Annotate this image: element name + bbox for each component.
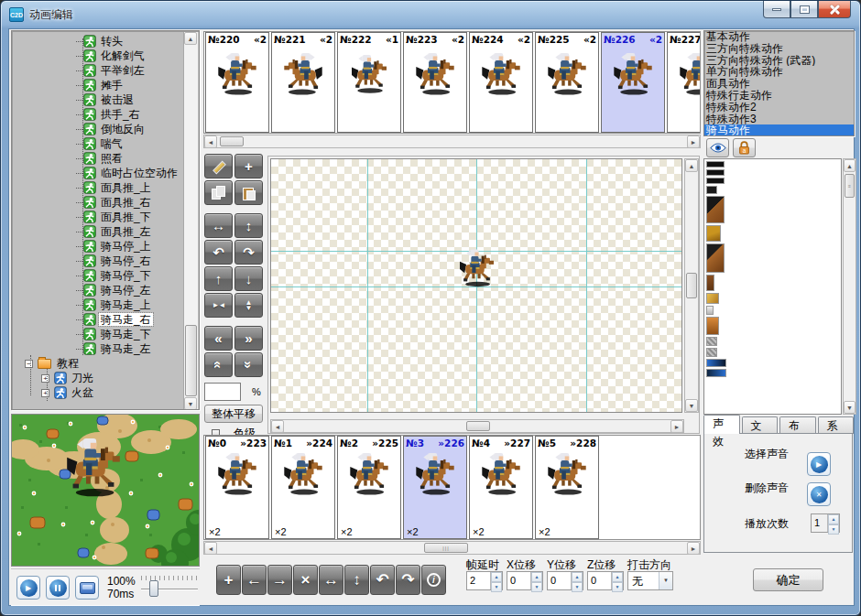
timeline-frame-cell[interactable]: №5»228×2	[535, 436, 599, 539]
sprite-part-thumb[interactable]	[706, 275, 714, 291]
scroll-down-icon[interactable]: ▼	[844, 401, 856, 414]
scroll-up-icon[interactable]: ▲	[184, 32, 197, 45]
info-button[interactable]: i	[421, 565, 446, 595]
scroll-right-icon[interactable]: ►	[687, 542, 700, 555]
pause-button[interactable]	[46, 576, 70, 600]
tree-item[interactable]: 骑马停_左	[12, 283, 199, 297]
z-offset-spinner[interactable]: 0▲▼	[587, 571, 624, 590]
scroll-thumb[interactable]: ≡	[845, 174, 855, 198]
scroll-thumb[interactable]	[220, 136, 244, 146]
timeline-frame-cell[interactable]: №1»224×2	[271, 436, 335, 539]
scroll-thumb[interactable]	[686, 273, 697, 298]
rotate-ccw-button[interactable]: ↶	[204, 240, 233, 265]
delete-frame-button[interactable]: ×	[293, 565, 318, 595]
tree-item[interactable]: 转头	[12, 34, 199, 49]
tree-item-selected[interactable]: 骑马走_右	[12, 312, 199, 327]
action-group-item[interactable]: 特殊动作3	[704, 113, 854, 125]
play-sound-button[interactable]: ▶	[807, 452, 831, 476]
tab-system[interactable]: 系统	[818, 416, 855, 434]
scroll-up-icon[interactable]: ▲	[685, 159, 698, 172]
tree-item[interactable]: 拱手_右	[12, 107, 199, 122]
y-offset-spinner[interactable]: 0▲▼	[547, 571, 583, 590]
move-down-button[interactable]: ↓	[234, 266, 263, 291]
action-group-item[interactable]: 特殊动作2	[704, 102, 854, 113]
action-group-item[interactable]: 三方向特殊动作 (武器)	[704, 55, 854, 67]
tree-item[interactable]: 喘气	[12, 136, 199, 151]
frame-delay-spinner[interactable]: 2▲▼	[466, 571, 503, 590]
timeline-frame-cell[interactable]: №4»227×2	[469, 436, 533, 539]
tree-item[interactable]: 面具推_上	[12, 180, 199, 195]
tree-item[interactable]: 倒地反向	[12, 122, 199, 136]
restore-button[interactable]	[790, 1, 818, 18]
spin-down-icon[interactable]: ▼	[828, 524, 839, 535]
source-frame-cell-selected[interactable]: №226«2	[601, 32, 665, 133]
tree-scrollbar[interactable]: ▲ ▼	[183, 32, 198, 410]
squeeze-horizontal-button[interactable]: ►◄	[204, 293, 233, 318]
tree-item[interactable]: 临时占位空动作	[12, 166, 199, 180]
sprite-part-thumb[interactable]	[706, 317, 719, 335]
tab-layout[interactable]: 布局	[779, 416, 816, 434]
flip-vertical-button[interactable]: ↕	[234, 213, 263, 238]
scroll-left-icon[interactable]: ◄	[204, 135, 217, 148]
sprite-part-thumb[interactable]	[706, 178, 725, 184]
sprite-list-scrollbar[interactable]: ▲ ≡ ▼	[843, 158, 856, 415]
move-frame-left-button[interactable]: ←	[242, 565, 267, 595]
tree-item[interactable]: +刀光	[12, 371, 199, 385]
timeline-frame-cell[interactable]: №2»225×2	[337, 436, 401, 539]
edit-canvas[interactable]	[270, 158, 682, 413]
spin-down-icon[interactable]: ▼	[491, 582, 502, 592]
tree-item[interactable]: 面具推_右	[12, 195, 199, 210]
action-group-item[interactable]: 基本动作	[704, 31, 854, 43]
scroll-down-icon[interactable]: ▼	[184, 397, 197, 410]
timeline-frame-cell[interactable]: №0»223×2	[205, 436, 269, 539]
tree-item[interactable]: 化解剑气	[12, 49, 199, 63]
source-frame-cell[interactable]: №221«2	[271, 32, 335, 133]
sprite-part-thumb[interactable]	[706, 161, 725, 168]
undo-button[interactable]: ↶	[370, 565, 395, 595]
copy-button[interactable]	[204, 180, 233, 205]
move-frame-right-button[interactable]: →	[267, 565, 292, 595]
titlebar[interactable]: C2D 动画编辑	[1, 1, 860, 28]
sprite-part-thumb[interactable]	[706, 359, 726, 367]
tree-item[interactable]: 骑马走_左	[12, 341, 199, 356]
tree-item[interactable]: 照看	[12, 151, 199, 166]
delete-sound-button[interactable]: ✕	[807, 482, 831, 506]
source-frame-cell[interactable]: №227	[667, 32, 701, 133]
tab-sound[interactable]: 声效	[703, 415, 740, 434]
action-group-item-selected[interactable]: 骑马动作	[704, 124, 854, 136]
tree-item[interactable]: +火盆	[12, 385, 199, 400]
percent-input[interactable]	[204, 383, 241, 401]
play-button[interactable]: ▶	[16, 576, 40, 600]
spin-up-icon[interactable]: ▲	[612, 572, 623, 582]
paste-button[interactable]	[234, 180, 263, 205]
sprite-part-thumb[interactable]	[706, 306, 714, 315]
collapse-icon[interactable]: −	[25, 360, 33, 368]
sprite-part-thumb[interactable]	[706, 293, 719, 304]
action-group-item[interactable]: 特殊行走动作	[704, 90, 854, 102]
ok-button[interactable]: 确定	[753, 568, 823, 591]
squeeze-vertical-button[interactable]: ▲▼	[234, 293, 263, 318]
tree-item[interactable]: 面具推_左	[12, 224, 199, 239]
tree-item[interactable]: 骑马走_上	[12, 297, 199, 312]
sprite-part-thumb[interactable]	[706, 225, 721, 242]
spin-up-icon[interactable]: ▲	[531, 572, 542, 582]
lock-button[interactable]	[733, 138, 756, 157]
tab-text[interactable]: 文字	[742, 416, 779, 434]
canvas-horizontal-scrollbar[interactable]: ◄ ►	[270, 419, 684, 433]
source-frame-cell[interactable]: №225«2	[535, 32, 599, 133]
flip-frame-vertical-button[interactable]: ↕	[344, 565, 369, 595]
minimize-button[interactable]	[763, 1, 790, 18]
scroll-thumb[interactable]: |||	[424, 543, 468, 553]
spin-up-icon[interactable]: ▲	[572, 572, 583, 582]
timeline-scrollbar[interactable]: ◄ ||| ►	[203, 541, 701, 555]
tree-item[interactable]: 骑马停_上	[12, 239, 199, 254]
expand-icon[interactable]: +	[41, 374, 49, 383]
tree-folder[interactable]: −教程	[12, 356, 199, 371]
sprite-part-thumb[interactable]	[706, 169, 725, 176]
flip-frame-horizontal-button[interactable]: ↔	[319, 565, 343, 595]
scroll-left-icon[interactable]: ◄	[271, 420, 284, 433]
tree-item[interactable]: 骑马停_右	[12, 254, 199, 268]
sprite-part-thumb[interactable]	[706, 337, 717, 346]
spin-up-icon[interactable]: ▲	[828, 514, 839, 524]
scroll-thumb[interactable]	[185, 325, 197, 396]
